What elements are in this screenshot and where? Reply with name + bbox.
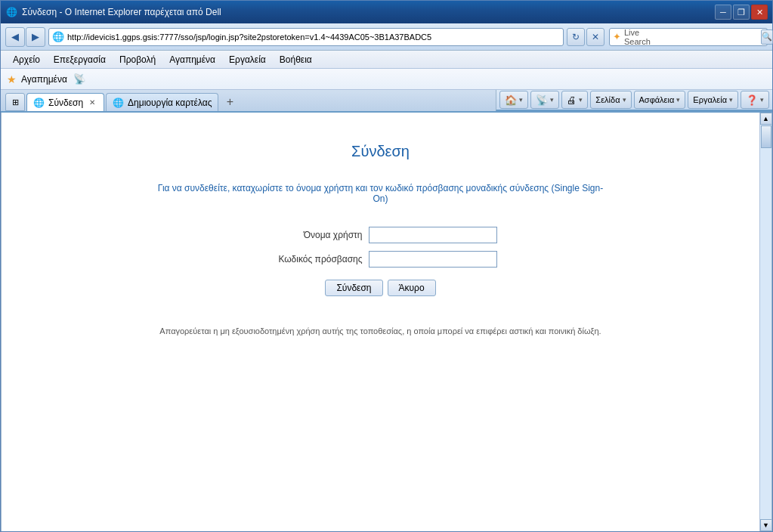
rss-icon[interactable]: 📡 [72, 72, 87, 87]
browser-icon: 🌐 [5, 6, 17, 18]
menu-help[interactable]: Βοήθεια [274, 53, 318, 66]
password-row: Κωδικός πρόσβασης [264, 251, 497, 268]
menu-edit[interactable]: Επεξεργασία [48, 53, 112, 66]
search-box[interactable]: ✦ Live Search 🔍 [609, 28, 768, 46]
safety-label: Ασφάλεια [639, 95, 675, 104]
password-input[interactable] [369, 251, 497, 268]
page-button[interactable]: Σελίδα ▾ [590, 91, 631, 109]
print-button[interactable]: 🖨 ▾ [561, 91, 588, 109]
login-title: Σύνδεση [351, 143, 410, 160]
favorites-star-icon: ★ [7, 73, 17, 85]
title-bar-left: 🌐 Σύνδεση - Ο Internet Explorer παρέχετα… [5, 6, 221, 18]
tools-arrow: ▾ [729, 96, 733, 104]
print-icon: 🖨 [567, 94, 577, 106]
tab-switcher-button[interactable]: ⊞ [5, 93, 25, 111]
page-content: Σύνδεση Για να συνδεθείτε, καταχωρίστε τ… [2, 113, 771, 531]
address-right-buttons: ↻ ✕ [567, 28, 604, 46]
menu-favorites[interactable]: Αγαπημένα [163, 53, 221, 66]
scroll-track[interactable] [760, 125, 771, 519]
login-subtitle: Για να συνδεθείτε, καταχωρίστε το όνομα … [154, 183, 608, 204]
search-star-icon: ✦ [613, 31, 621, 42]
password-label: Κωδικός πρόσβασης [264, 254, 363, 264]
address-bar-row: ◀ ▶ 🌐 ↻ ✕ ✦ Live Search 🔍 [1, 23, 772, 51]
menu-file[interactable]: Αρχείο [7, 53, 46, 66]
close-button[interactable]: ✕ [751, 5, 768, 20]
window-title: Σύνδεση - Ο Internet Explorer παρέχεται … [22, 7, 221, 17]
stop-button[interactable]: ✕ [586, 28, 604, 46]
tab-0-icon: 🌐 [33, 97, 45, 108]
tab-1-label: Δημιουργία καρτέλας [128, 97, 212, 108]
favorites-bar: ★ Αγαπημένα 📡 [1, 69, 772, 90]
scroll-up-button[interactable]: ▲ [760, 113, 772, 125]
help-button[interactable]: ❓ ▾ [741, 91, 769, 109]
refresh-button[interactable]: ↻ [567, 28, 585, 46]
scroll-down-button[interactable]: ▼ [760, 519, 772, 531]
menu-tools[interactable]: Εργαλεία [223, 53, 272, 66]
menu-view[interactable]: Προβολή [113, 53, 162, 66]
print-arrow: ▾ [579, 96, 583, 104]
cancel-button[interactable]: Άκυρο [388, 280, 436, 296]
form-buttons: Σύνδεση Άκυρο [325, 280, 435, 296]
tools-button[interactable]: Εργαλεία ▾ [688, 91, 738, 109]
search-go-button[interactable]: 🔍 [761, 29, 773, 45]
tools-label: Εργαλεία [693, 95, 727, 104]
safety-button[interactable]: Ασφάλεια ▾ [634, 91, 686, 109]
forward-button[interactable]: ▶ [26, 27, 45, 47]
username-input[interactable] [369, 227, 497, 243]
rss-button[interactable]: 📡 ▾ [530, 91, 559, 109]
search-input[interactable] [654, 32, 758, 42]
window-controls: ─ ❐ ✕ [715, 5, 768, 20]
minimize-button[interactable]: ─ [715, 5, 731, 20]
favorites-label[interactable]: Αγαπημένα [21, 74, 67, 85]
restore-button[interactable]: ❐ [733, 5, 750, 20]
address-bar[interactable]: 🌐 [48, 28, 564, 46]
help-icon: ❓ [746, 94, 758, 106]
help-arrow: ▾ [760, 96, 764, 104]
login-page: Σύνδεση Για να συνδεθείτε, καταχωρίστε τ… [2, 113, 759, 366]
tab-toolbar-row: ⊞ 🌐 Σύνδεση ✕ 🌐 Δημιουργία καρτέλας + 🏠 … [1, 90, 772, 113]
tab-area: ⊞ 🌐 Σύνδεση ✕ 🌐 Δημιουργία καρτέλας + [1, 90, 496, 111]
login-form: Όνομα χρήστη Κωδικός πρόσβασης Σύνδεση Ά… [264, 227, 497, 296]
page-label: Σελίδα [595, 95, 620, 104]
legal-notice: Απαγορεύεται η μη εξουσιοδοτημένη χρήση … [159, 326, 601, 336]
scrollbar[interactable]: ▲ ▼ [759, 113, 771, 531]
content-area: Σύνδεση Για να συνδεθείτε, καταχωρίστε τ… [1, 113, 772, 531]
login-button[interactable]: Σύνδεση [325, 280, 382, 296]
search-label: Live Search [624, 28, 651, 46]
page-arrow: ▾ [623, 96, 626, 104]
rss-arrow: ▾ [550, 96, 554, 104]
home-icon: 🏠 [505, 94, 517, 106]
tab-1[interactable]: 🌐 Δημιουργία καρτέλας [106, 93, 218, 111]
nav-buttons: ◀ ▶ [5, 27, 45, 47]
tab-0[interactable]: 🌐 Σύνδεση ✕ [26, 93, 104, 111]
home-arrow: ▾ [519, 96, 523, 104]
new-tab-button[interactable]: + [220, 93, 240, 111]
home-button[interactable]: 🏠 ▾ [499, 91, 528, 109]
username-label: Όνομα χρήστη [264, 230, 363, 240]
url-input[interactable] [67, 32, 560, 42]
title-bar: 🌐 Σύνδεση - Ο Internet Explorer παρέχετα… [1, 1, 772, 23]
safety-arrow: ▾ [676, 96, 680, 104]
tab-1-icon: 🌐 [113, 97, 124, 108]
rss-btn-icon: 📡 [536, 94, 548, 106]
username-row: Όνομα χρήστη [264, 227, 497, 243]
back-button[interactable]: ◀ [5, 27, 25, 47]
scroll-thumb[interactable] [761, 125, 771, 148]
tab-0-label: Σύνδεση [48, 97, 83, 108]
page-icon: 🌐 [52, 31, 64, 42]
menu-bar: Αρχείο Επεξεργασία Προβολή Αγαπημένα Εργ… [1, 51, 772, 69]
tab-0-close[interactable]: ✕ [87, 97, 97, 108]
